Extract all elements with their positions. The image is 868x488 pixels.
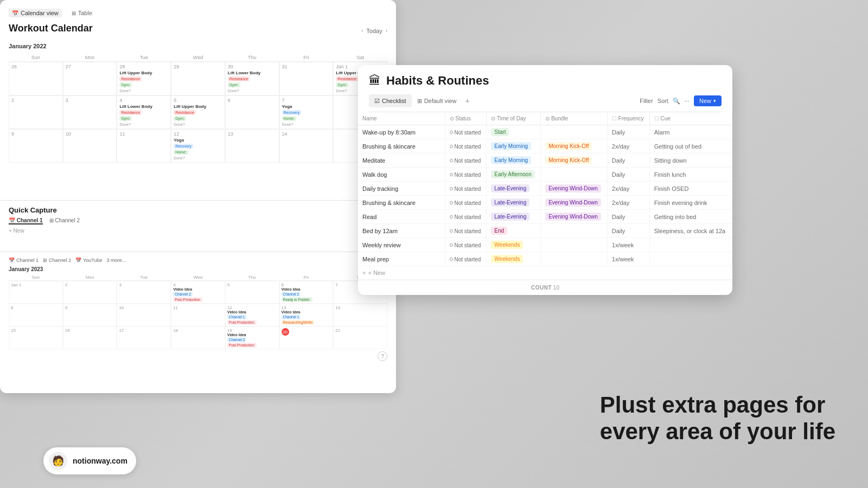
table-row: Jan 1 [9,281,63,304]
brand-name: notionway.com [73,457,127,465]
status-dot [450,229,453,233]
habit-cue: Getting out of bed [649,139,732,153]
quick-capture-title: Quick Capture [9,206,387,214]
habits-views: ☑ Checklist ⊞ Default view + [369,94,473,107]
quick-capture-new-btn[interactable]: + New [9,228,387,234]
habit-time: Weekends [487,252,541,266]
video-tab-ch2[interactable]: ⊞ Channel 2 [43,258,71,263]
habit-name[interactable]: Walk dog [358,168,445,182]
workout-section: 📅 Calendar view ⊞ Table Workout Calendar… [0,0,396,201]
col-status: ⊙ Status [445,112,487,125]
bundle-badge: Evening Wind-Down [545,213,601,221]
calendar-view-tab[interactable]: 📅 Calendar view [9,9,62,17]
default-view-btn[interactable]: ⊞ Default view [412,94,462,107]
table-row: 30 Lift Lower Body Resistance Gym: Done? [225,62,279,95]
habit-status: Not started [445,153,487,168]
status-text: Not started [455,144,481,150]
habit-time: Early Morning [487,153,541,168]
status-text: Not started [455,130,481,136]
video-tab-yt[interactable]: 📅 YouTube [75,258,102,263]
checklist-icon: ☑ [374,98,380,105]
table-icon: ⊞ [72,10,76,16]
habit-status: Not started [445,196,487,210]
status-dot [450,159,453,162]
table-row: 5 Lift Upper Body Resistance Gym: Done? [171,95,225,129]
table-row: 17 [117,326,171,349]
bundle-badge: Evening Wind-Down [545,184,601,192]
qc-tab-channel1[interactable]: 📅 Channel 1 [9,217,43,224]
habit-name[interactable]: Meal prep [358,252,445,266]
table-row: 13 Video Idea Channel 1 Researching/Writ… [279,304,334,326]
table-row: Wake-up by 8:30am Not started Start Dail… [358,125,732,139]
status-text: Not started [455,172,481,178]
search-icon[interactable]: 🔍 [673,98,680,105]
bundle-badge: Evening Wind-Down [545,198,601,207]
habit-cue: Finish lunch [649,168,732,182]
habit-name[interactable]: Meditate [358,153,445,168]
table-row: 11 [171,304,225,326]
table-row: 10 [117,304,171,326]
sort-btn[interactable]: Sort [658,98,668,104]
new-btn[interactable]: New ▾ [694,95,722,106]
workout-calendar-grid: Sun Mon Tue Wed Thu Fri Sat 26 27 28 Lif… [9,54,387,163]
table-row: 18 [171,326,225,349]
habit-frequency: Daily [607,224,649,238]
help-btn[interactable]: ? [378,351,387,361]
table-row: Weekly review Not started Weekends 1x/we… [358,238,732,252]
habits-toolbar: ☑ Checklist ⊞ Default view + Filter Sort… [369,94,722,112]
table-row: 3 [63,95,117,129]
habit-name[interactable]: Daily tracking [358,182,445,196]
table-view-tab[interactable]: ⊞ Table [68,9,95,17]
promo-text-area: Plust extra pages for every area of your… [600,392,835,445]
checklist-view-btn[interactable]: ☑ Checklist [369,94,412,107]
new-btn-arrow: ▾ [713,98,716,104]
habit-name[interactable]: Brushing & skincare [358,196,445,210]
day-fri: Fri [279,54,334,62]
qc-tab-channel2[interactable]: ⊞ Channel 2 [49,217,80,224]
habit-time: Weekends [487,238,541,252]
table-row: 29 [171,62,225,95]
add-view-btn[interactable]: + [462,94,473,107]
habit-bundle [541,125,608,139]
quick-capture-section: Quick Capture 📅 Channel 1 ⊞ Channel 2 + … [0,201,396,252]
col-name: Name [358,112,445,125]
status-dot [450,201,453,204]
filter-btn[interactable]: Filter [640,98,653,104]
day-wed: Wed [171,54,225,62]
today-btn[interactable]: Today [366,28,382,34]
habit-name[interactable]: Brushing & skincare [358,139,445,153]
status-dot [450,258,453,261]
habit-name[interactable]: Weekly review [358,238,445,252]
video-tab-ch1[interactable]: 📅 Channel 1 [9,258,39,263]
day-sat: Sat [333,54,387,62]
video-cal-header: January 2023 ‹ Today › [9,266,387,272]
habit-name[interactable]: Wake-up by 8:30am [358,125,445,139]
table-row: 15 [9,326,63,349]
table-row: 10 [63,129,117,163]
more-options-btn[interactable]: ··· [685,98,690,104]
table-row: 6 [225,95,279,129]
habit-bundle: Evening Wind-Down [541,196,608,210]
status-text: Not started [455,214,481,220]
habit-bundle: Morning Kick-Off [541,153,608,168]
video-tab-more[interactable]: 3 more... [106,258,126,263]
habits-header: 🏛 Habits & Routines ☑ Checklist ⊞ Defaul… [358,65,732,112]
habit-status: Not started [445,139,487,153]
table-row: Bed by 12am Not started End Daily Sleepi… [358,224,732,238]
habit-time: Late-Evening [487,210,541,224]
workout-cal-nav: ‹ Today › [361,28,387,34]
habit-name[interactable]: Read [358,210,445,224]
calendar-icon: 📅 [12,10,18,16]
status-text: Not started [455,186,481,192]
prev-btn[interactable]: ‹ [361,28,363,34]
new-row-btn[interactable]: + + New [358,266,732,280]
table-row: Read Not started Late-Evening Evening Wi… [358,210,732,224]
promo-text: Plust extra pages for every area of your… [600,392,835,445]
habit-frequency: Daily [607,125,649,139]
table-row: 8 [9,304,63,326]
habit-name[interactable]: Bed by 12am [358,224,445,238]
habits-footer: COUNT 10 [358,280,732,295]
time-badge: Late-Evening [491,213,529,221]
workout-cal-header: Workout Calendar ‹ Today › [9,23,387,38]
next-btn[interactable]: › [386,28,387,34]
